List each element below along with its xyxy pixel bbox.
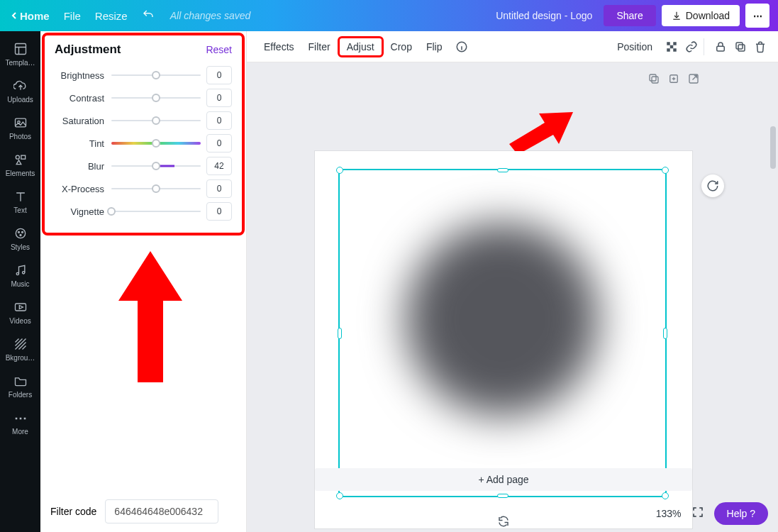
tab-flip[interactable]: Flip [419, 37, 450, 57]
trash-icon [754, 40, 767, 53]
slider-row-xprocess: X-Process 0 [55, 177, 232, 200]
transparency-button[interactable] [664, 39, 679, 55]
rotate-button[interactable] [701, 174, 724, 197]
sidebar-videos[interactable]: Videos [0, 294, 40, 331]
uploads-icon [13, 79, 28, 93]
tab-adjust[interactable]: Adjust [338, 36, 384, 57]
videos-icon [13, 300, 28, 314]
more-button[interactable]: ⋯ [745, 4, 769, 28]
svg-rect-20 [738, 45, 745, 51]
slider-row-vignette: Vignette 0 [55, 200, 232, 223]
zoom-level[interactable]: 133% [656, 508, 682, 519]
rotate-icon [706, 179, 719, 192]
filter-code-row: Filter code 646464648e006432 [50, 499, 218, 523]
blur-slider[interactable] [111, 160, 201, 172]
page-duplicate-button[interactable] [667, 72, 680, 88]
link-button[interactable] [684, 39, 699, 55]
tab-crop[interactable]: Crop [384, 37, 419, 57]
filter-code-value[interactable]: 646464648e006432 [105, 499, 218, 523]
xprocess-value[interactable]: 0 [206, 179, 232, 198]
contrast-value[interactable]: 0 [206, 89, 232, 107]
resize-menu[interactable]: Resize [95, 10, 128, 22]
vignette-slider[interactable] [111, 205, 201, 218]
slider-label: Saturation [55, 116, 111, 126]
sidebar-elements[interactable]: Elements [0, 146, 40, 183]
document-title[interactable]: Untitled design - Logo [496, 10, 592, 21]
svg-rect-22 [652, 77, 658, 83]
page-sync-button[interactable] [495, 513, 512, 530]
sidebar-uploads[interactable]: Uploads [0, 72, 40, 109]
fullscreen-icon [691, 506, 704, 519]
canvas-area[interactable]: + Add page 133% Help ? [247, 62, 778, 532]
svg-point-3 [16, 155, 19, 159]
saturation-value[interactable]: 0 [206, 111, 232, 130]
styles-icon [13, 226, 28, 240]
page-share-button[interactable] [687, 72, 700, 88]
home-button[interactable]: Home [9, 10, 50, 22]
brightness-slider[interactable] [111, 69, 201, 82]
svg-rect-17 [667, 48, 670, 52]
info-icon [455, 40, 468, 53]
slider-label: Tint [55, 138, 111, 149]
page-copy-button[interactable] [648, 72, 660, 88]
add-page-button[interactable]: + Add page [315, 468, 692, 491]
tab-filter[interactable]: Filter [301, 37, 338, 57]
duplicate-icon [734, 40, 747, 53]
svg-point-9 [16, 272, 18, 275]
slider-row-saturation: Saturation 0 [55, 109, 232, 132]
contrast-slider[interactable] [111, 92, 201, 104]
sidebar-background[interactable]: Bkgrou… [0, 331, 40, 367]
main-area: Effects Filter Adjust Crop Flip Position [247, 31, 778, 532]
sidebar-photos[interactable]: Photos [0, 109, 40, 146]
svg-rect-19 [717, 46, 725, 51]
info-button[interactable] [454, 39, 469, 55]
svg-point-8 [20, 235, 21, 236]
copy-icon [648, 72, 660, 85]
undo-button[interactable] [142, 9, 155, 23]
sidebar-folders[interactable]: Folders [0, 367, 40, 404]
position-button[interactable]: Position [617, 41, 652, 52]
vignette-value[interactable]: 0 [206, 202, 232, 221]
vertical-scrollbar[interactable] [769, 62, 777, 532]
svg-rect-21 [736, 43, 743, 49]
sidebar-templates[interactable]: Templa… [0, 35, 40, 72]
svg-point-5 [16, 228, 25, 238]
svg-rect-11 [15, 304, 26, 311]
xprocess-slider[interactable] [111, 182, 201, 195]
reset-button[interactable]: Reset [206, 44, 232, 55]
share-page-icon [687, 72, 700, 85]
saturation-slider[interactable] [111, 114, 201, 127]
slider-label: Contrast [55, 93, 111, 104]
sidebar-more[interactable]: ⋯More [0, 404, 40, 441]
fullscreen-button[interactable] [691, 506, 704, 521]
svg-rect-0 [15, 44, 26, 55]
brightness-value[interactable]: 0 [206, 66, 232, 84]
slider-row-blur: Blur 42 [55, 155, 232, 177]
svg-rect-15 [670, 45, 674, 48]
save-status: All changes saved [170, 10, 251, 21]
tint-value[interactable]: 0 [206, 134, 232, 153]
more-icon: ⋯ [14, 410, 27, 426]
selection-box[interactable] [338, 169, 667, 497]
share-button[interactable]: Share [604, 5, 655, 26]
sidebar-text[interactable]: Text [0, 183, 40, 220]
tab-effects[interactable]: Effects [257, 37, 301, 57]
svg-rect-18 [673, 48, 677, 52]
music-icon [13, 263, 28, 277]
help-button[interactable]: Help ? [714, 502, 768, 525]
sidebar-styles[interactable]: Styles [0, 220, 40, 257]
file-menu[interactable]: File [64, 10, 81, 22]
sidebar-music[interactable]: Music [0, 257, 40, 294]
text-icon [13, 189, 28, 204]
dots-icon: ⋯ [753, 11, 762, 21]
blur-value[interactable]: 42 [206, 157, 232, 175]
duplicate-button[interactable] [733, 39, 748, 55]
delete-button[interactable] [752, 39, 768, 55]
tint-slider[interactable] [111, 137, 201, 150]
slider-row-contrast: Contrast 0 [55, 87, 232, 109]
svg-rect-23 [650, 74, 656, 81]
download-button[interactable]: Download [662, 5, 740, 26]
folders-icon [13, 374, 28, 388]
lock-button[interactable] [713, 39, 728, 55]
undo-icon [142, 9, 155, 21]
